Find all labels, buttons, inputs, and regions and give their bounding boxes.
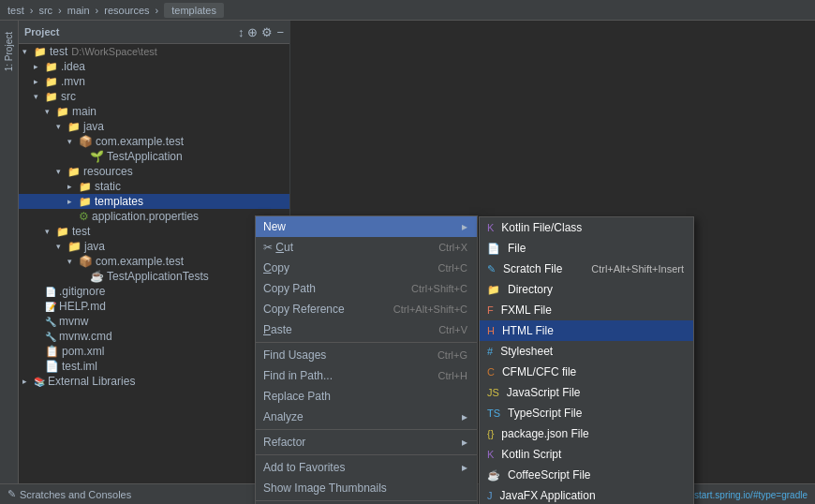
folder-icon: 📁 (45, 61, 58, 73)
arrow-icon (45, 107, 54, 116)
submenu-item-label: CFML/CFC file (502, 365, 576, 378)
tree-item[interactable]: 🌱 TestApplication (19, 149, 289, 164)
tree-label: TestApplication (107, 150, 183, 163)
menu-item-replace-path[interactable]: Replace Path (256, 386, 477, 407)
submenu-item-stylesheet[interactable]: # Stylesheet (480, 341, 693, 362)
submenu-item-label: CoffeeScript File (508, 468, 590, 482)
breadcrumb-main[interactable]: main (67, 5, 90, 16)
submenu-item-javafx[interactable]: J JavaFX Application (480, 485, 693, 504)
tree-item[interactable]: 📁 test (19, 224, 289, 239)
tree-item[interactable]: 📄 .gitignore (19, 284, 289, 299)
submenu-favorites-arrow: ▸ (462, 461, 467, 474)
shortcut-label: Ctrl+Alt+Shift+Insert (591, 263, 684, 274)
breadcrumb-resources[interactable]: resources (104, 5, 149, 16)
tree-item-external[interactable]: 📚 External Libraries (19, 374, 289, 389)
menu-item-analyze[interactable]: Analyze ▸ (256, 407, 477, 427)
submenu-item-kotlin-class[interactable]: K Kotlin File/Class (480, 217, 693, 238)
iml-icon: 📄 (45, 360, 59, 373)
xml-icon: 📋 (45, 345, 59, 358)
submenu-item-file[interactable]: 📄 File (480, 238, 693, 259)
props-icon: ⚙ (79, 210, 89, 223)
tree-item[interactable]: 📁 static (19, 179, 289, 194)
arrow-icon (34, 302, 43, 311)
submenu-label: H HTML File (487, 324, 554, 337)
submenu-item-html[interactable]: H HTML File (480, 320, 693, 341)
menu-item-copy-path[interactable]: Copy Path Ctrl+Shift+C (256, 278, 477, 299)
tree-item[interactable]: 📁 resources (19, 164, 289, 179)
bottom-bar-scratches[interactable]: ✎ Scratches and Consoles (7, 488, 131, 500)
tree-item-templates[interactable]: 📁 templates (19, 194, 289, 209)
submenu-item-pkg[interactable]: {} package.json File (480, 423, 693, 444)
folder-icon: 📁 (56, 226, 69, 238)
menu-separator-4 (256, 500, 477, 501)
breadcrumb-bar: test › src › main › resources › template… (0, 0, 815, 21)
tree-item[interactable]: 📦 com.example.test (19, 254, 289, 269)
folder-icon: 📁 (45, 91, 58, 103)
menu-item-find-usages[interactable]: Find Usages Ctrl+G (256, 345, 477, 365)
submenu-item-kscript[interactable]: K Kotlin Script (480, 444, 693, 465)
breadcrumb-src[interactable]: src (38, 5, 52, 16)
project-icon-add[interactable]: ⊕ (247, 25, 258, 39)
menu-item-cut[interactable]: ✂ Cut Ctrl+X (256, 237, 477, 258)
menu-item-find-in-path[interactable]: Find in Path... Ctrl+H (256, 365, 477, 386)
submenu-item-label: Scratch File (503, 262, 562, 275)
submenu-item-directory[interactable]: 📁 Directory (480, 279, 693, 300)
tree-label: mvnw (59, 315, 88, 328)
submenu-item-label: TypeScript File (508, 407, 582, 420)
project-icon-settings[interactable]: ⚙ (261, 25, 273, 39)
tree-item[interactable]: 📁 java (19, 239, 289, 254)
scratches-label: Scratches and Consoles (20, 489, 131, 500)
tree-label: templates (95, 195, 143, 208)
submenu-item-label: JavaScript File (507, 386, 581, 399)
menu-label-find-in-path: Find in Path... (263, 369, 333, 382)
tree-item[interactable]: 📁 test D:\WorkSpace\test (19, 44, 289, 59)
project-icon-minimize[interactable]: − (276, 25, 284, 39)
submenu-item-fxml[interactable]: F FXML File (480, 300, 693, 320)
context-menu: New ▸ K Kotlin File/Class 📄 File ✎ Scrat… (255, 215, 478, 504)
shortcut-copy: Ctrl+C (438, 262, 467, 274)
arrow-icon (34, 92, 43, 101)
arrow-icon (79, 152, 88, 161)
breadcrumb-test[interactable]: test (7, 5, 24, 16)
shortcut-find-usages: Ctrl+G (437, 349, 467, 361)
tree-label: test (72, 225, 90, 238)
tree-label: java (84, 240, 105, 253)
tree-item[interactable]: 📦 com.example.test (19, 134, 289, 149)
package-icon: 📦 (79, 135, 93, 148)
submenu-item-scratch[interactable]: ✎ Scratch File Ctrl+Alt+Shift+Insert (480, 259, 693, 279)
tree-item[interactable]: 📁 main (19, 104, 289, 119)
tree-item[interactable]: ⚙ application.properties (19, 209, 289, 224)
submenu-item-cfml[interactable]: C CFML/CFC file (480, 362, 693, 382)
menu-item-add-favorites[interactable]: Add to Favorites ▸ (256, 457, 477, 478)
tree-item[interactable]: 📁 src (19, 89, 289, 104)
tree-item[interactable]: 📋 pom.xml (19, 344, 289, 359)
side-panel-label[interactable]: 1: Project (4, 32, 14, 71)
project-header-icons: ↕ ⊕ ⚙ − (238, 25, 284, 39)
arrow-icon (67, 257, 77, 266)
breadcrumb-templates[interactable]: templates (164, 3, 224, 18)
submenu-item-coffee[interactable]: ☕ CoffeeScript File (480, 465, 693, 485)
arrow-icon (67, 197, 77, 206)
submenu-item-js[interactable]: JS JavaScript File (480, 382, 693, 403)
menu-item-copy[interactable]: Copy Ctrl+C (256, 258, 477, 278)
tree-item[interactable]: 🔧 mvnw (19, 314, 289, 329)
tree-item[interactable]: 🔧 mvnw.cmd (19, 329, 289, 344)
tree-item[interactable]: 📝 HELP.md (19, 299, 289, 314)
tree-item[interactable]: ☕ TestApplicationTests (19, 269, 289, 284)
submenu-item-ts[interactable]: TS TypeScript File (480, 403, 693, 423)
tree-item[interactable]: 📁 java (19, 119, 289, 134)
tree-item[interactable]: 📁 .mvn (19, 74, 289, 89)
submenu-item-label: Kotlin File/Class (501, 221, 582, 234)
menu-item-copy-reference[interactable]: Copy Reference Ctrl+Alt+Shift+C (256, 299, 477, 319)
folder-icon: 📁 (67, 166, 81, 178)
menu-item-refactor[interactable]: Refactor ▸ (256, 432, 477, 452)
arrow-icon (34, 77, 43, 86)
tree-item[interactable]: 📄 test.iml (19, 359, 289, 374)
html-icon: H (487, 325, 495, 336)
menu-item-paste[interactable]: Paste Ctrl+V (256, 319, 477, 340)
project-icon-sync[interactable]: ↕ (238, 25, 244, 39)
menu-item-new[interactable]: New ▸ K Kotlin File/Class 📄 File ✎ Scrat… (256, 216, 477, 237)
ts-icon: TS (487, 408, 500, 419)
tree-item[interactable]: 📁 .idea (19, 59, 289, 74)
menu-item-show-thumbnails[interactable]: Show Image Thumbnails (256, 478, 477, 498)
